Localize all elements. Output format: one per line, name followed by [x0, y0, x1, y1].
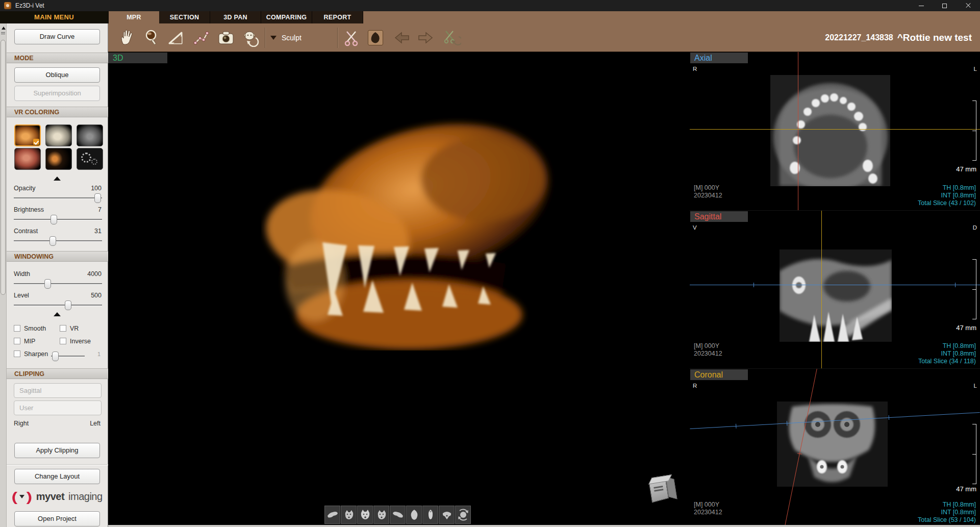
sagittal-marker-left: V: [693, 224, 697, 231]
skull-3d-render[interactable]: [261, 111, 557, 350]
reset-view-dog-icon[interactable]: [242, 29, 260, 47]
sculpt-label: Sculpt: [282, 34, 301, 42]
toolbar: Sculpt 20221227_143838: [108, 23, 980, 52]
undo-arrow-icon[interactable]: [393, 29, 411, 47]
width-slider[interactable]: [14, 279, 102, 289]
sharpen-slider-thumb[interactable]: [52, 352, 59, 361]
tab-mpr[interactable]: MPR: [108, 11, 159, 23]
coronal-slice-info: TH [0.8mm] INT [0.8mm] Total Slice (53 /…: [918, 501, 976, 524]
vr-coloring-section-header: VR COLORING: [7, 107, 108, 117]
sidebar-scrollbar[interactable]: [0, 23, 7, 527]
view-top-button[interactable]: [406, 506, 422, 524]
sharpen-slider[interactable]: [51, 351, 85, 361]
change-layout-button[interactable]: Change Layout: [14, 469, 100, 484]
vr-preset-gray-skull[interactable]: [77, 124, 103, 146]
scroll-grip-icon[interactable]: [1, 32, 5, 33]
curve-measure-icon[interactable]: [192, 29, 210, 47]
vr-preset-custom[interactable]: [77, 148, 103, 170]
maximize-button[interactable]: [933, 0, 957, 11]
tab-3d-pan[interactable]: 3D PAN: [210, 11, 261, 23]
window-bottom-edge: [108, 525, 980, 527]
coronal-view[interactable]: Coronal R L 47 mm [M] 000Y 20230412 TH […: [690, 368, 980, 527]
smooth-checkbox[interactable]: [14, 325, 20, 332]
opacity-slider[interactable]: [14, 193, 102, 203]
axial-coronal-crosshair[interactable]: [690, 129, 980, 130]
tab-report[interactable]: REPORT: [312, 11, 363, 23]
vr-preset-amber-skull[interactable]: [14, 124, 41, 146]
clipping-section-header: CLIPPING: [7, 368, 108, 379]
sculpt-region-button[interactable]: [368, 30, 383, 45]
view-front-button[interactable]: [357, 506, 373, 524]
collapse-options-panel-icon[interactable]: [54, 312, 61, 316]
tab-section[interactable]: SECTION: [159, 11, 210, 23]
dog-right-icon: [392, 509, 404, 521]
sagittal-coronal-crosshair[interactable]: [821, 211, 822, 368]
axial-slice-info: TH [0.8mm] INT [0.8mm] Total Slice (43 /…: [918, 184, 976, 207]
tab-comparing[interactable]: COMPARING: [261, 11, 312, 23]
view-bottom-button[interactable]: [422, 506, 438, 524]
open-project-button[interactable]: Open Project: [14, 511, 100, 526]
zoom-magnifier-icon[interactable]: [142, 29, 161, 47]
inverse-checkbox[interactable]: [60, 338, 66, 344]
level-slider[interactable]: [14, 300, 102, 310]
sagittal-ct-slice[interactable]: [780, 249, 892, 342]
apply-clipping-button[interactable]: Apply Clipping: [14, 443, 100, 458]
sharpen-checkbox[interactable]: [14, 350, 20, 357]
view-right-button[interactable]: [390, 506, 406, 524]
axial-view-label: Axial: [690, 53, 748, 63]
superimposition-button[interactable]: Superimposition: [14, 86, 100, 101]
brightness-label: Brightness: [14, 206, 44, 213]
close-button[interactable]: [957, 0, 980, 11]
reset-rotation-button[interactable]: [455, 506, 471, 524]
pan-hand-icon[interactable]: [118, 29, 136, 47]
angle-ruler-icon[interactable]: [166, 29, 185, 47]
collapse-vr-panel-icon[interactable]: [54, 177, 61, 181]
mip-checkbox[interactable]: [14, 338, 20, 344]
brand-name-light: imaging: [68, 491, 103, 503]
opacity-label: Opacity: [14, 185, 35, 192]
axial-sagittal-crosshair[interactable]: [798, 52, 798, 210]
gear-icon: [81, 153, 91, 163]
brightness-slider[interactable]: [14, 214, 102, 224]
toolbar-separator: [337, 28, 338, 48]
redo-arrow-icon[interactable]: [416, 29, 435, 47]
sagittal-axial-crosshair[interactable]: [690, 285, 980, 285]
view-front-left-button[interactable]: [341, 506, 357, 524]
axial-ct-slice[interactable]: [770, 75, 890, 186]
brightness-slider-thumb[interactable]: [51, 215, 57, 224]
vr-preset-skeleton[interactable]: [45, 148, 72, 170]
axial-view[interactable]: Axial R L 47 mm [M] 000Y 20230412 TH [0.…: [690, 52, 980, 210]
scroll-up-icon[interactable]: [2, 27, 6, 30]
scrollbar-thumb[interactable]: [1, 40, 6, 295]
sculpt-dropdown[interactable]: Sculpt: [270, 23, 301, 52]
draw-curve-button[interactable]: Draw Curve: [14, 29, 100, 44]
viewport-3d[interactable]: 3D: [108, 52, 690, 527]
level-slider-thumb[interactable]: [65, 300, 71, 310]
minimize-button[interactable]: [910, 0, 933, 11]
contrast-label: Contrast: [14, 228, 38, 235]
cancel-sculpt-icon[interactable]: [443, 29, 461, 47]
cut-scissors-icon[interactable]: [343, 29, 361, 47]
sagittal-view[interactable]: Sagittal V D 47 mm [M] 000Y 20230412 TH …: [690, 210, 980, 368]
clipping-plane-dropdown[interactable]: Sagittal: [14, 383, 102, 398]
coronal-ct-slice[interactable]: [777, 401, 888, 487]
view-front-right-button[interactable]: [373, 506, 389, 524]
logo-right-mark-icon: ): [27, 491, 33, 503]
oblique-button[interactable]: Oblique: [14, 67, 100, 83]
view-left-button[interactable]: [324, 506, 340, 524]
vr-checkbox[interactable]: [60, 325, 66, 332]
contrast-slider-thumb[interactable]: [49, 236, 56, 246]
vr-preset-soft-tissue[interactable]: [14, 148, 41, 170]
clipping-mode-dropdown[interactable]: User: [14, 400, 102, 415]
brightness-value: 7: [98, 206, 102, 213]
title-bar: Ez3D-i Vet: [0, 0, 980, 11]
mpr-panel: Axial R L 47 mm [M] 000Y 20230412 TH [0.…: [690, 52, 980, 527]
contrast-slider[interactable]: [14, 236, 102, 246]
view-back-button[interactable]: [439, 506, 455, 524]
capture-camera-icon[interactable]: [217, 29, 235, 47]
vr-preset-bone-white[interactable]: [45, 124, 72, 146]
orientation-cube[interactable]: [646, 472, 681, 506]
width-slider-thumb[interactable]: [44, 279, 51, 289]
opacity-slider-thumb[interactable]: [94, 193, 101, 203]
axial-scale-text: 47 mm: [956, 165, 976, 173]
